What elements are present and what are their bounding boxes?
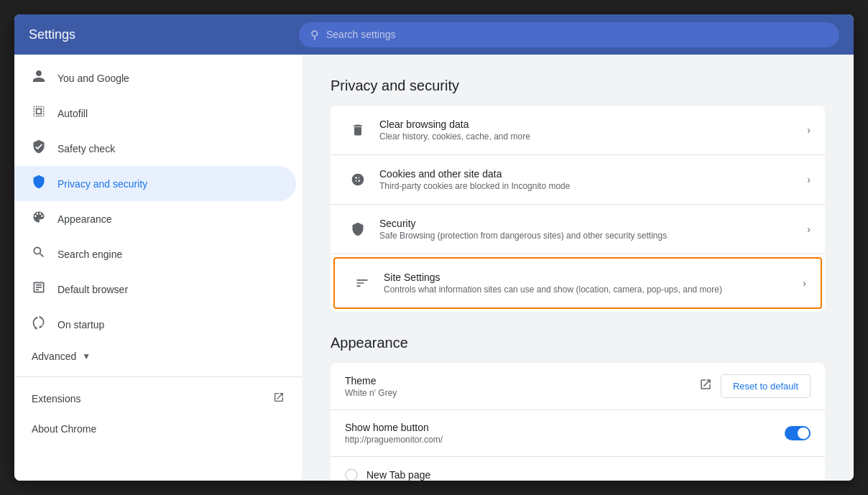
sidebar-item-default-browser[interactable]: Default browser: [14, 272, 296, 307]
home-button-toggle[interactable]: [785, 426, 811, 440]
clear-browsing-subtitle: Clear history, cookies, cache, and more: [379, 131, 798, 142]
privacy-card-group: Clear browsing data Clear history, cooki…: [331, 106, 825, 312]
theme-title: Theme: [345, 375, 699, 387]
sidebar-item-safety-check[interactable]: Safety check: [14, 131, 296, 166]
home-button-subtitle: http://praguemonitor.com/: [345, 435, 785, 445]
search-icon: ⚲: [310, 28, 319, 42]
sidebar-divider: [14, 376, 302, 377]
clear-browsing-title: Clear browsing data: [379, 119, 798, 130]
cookie-icon: [345, 167, 371, 193]
advanced-section-header[interactable]: Advanced ▼: [14, 342, 302, 371]
trash-icon: [345, 117, 371, 143]
sidebar: You and Google Autofill Safety check: [14, 55, 302, 481]
chevron-right-icon: ›: [807, 124, 811, 136]
reset-to-default-button[interactable]: Reset to default: [721, 374, 811, 398]
new-tab-row: New Tab page: [331, 457, 825, 481]
sidebar-item-autofill[interactable]: Autofill: [14, 96, 296, 131]
svg-point-4: [355, 177, 357, 179]
cookies-subtitle: Third-party cookies are blocked in Incog…: [379, 181, 798, 191]
svg-rect-2: [36, 290, 39, 291]
svg-rect-0: [36, 284, 42, 286]
search-engine-icon: [32, 245, 46, 263]
appearance-icon: [32, 210, 46, 228]
security-title: Security: [379, 218, 798, 229]
search-bar[interactable]: ⚲: [299, 22, 839, 47]
sidebar-item-default-browser-label: Default browser: [57, 284, 128, 295]
main-layout: You and Google Autofill Safety check: [14, 55, 854, 481]
new-tab-label: New Tab page: [366, 469, 430, 481]
cookies-item[interactable]: Cookies and other site data Third-party …: [331, 155, 825, 205]
new-tab-radio[interactable]: [345, 468, 358, 481]
svg-point-3: [352, 174, 364, 186]
svg-point-6: [359, 177, 360, 179]
security-subtitle: Safe Browsing (protection from dangerous…: [379, 231, 798, 241]
default-browser-icon: [32, 280, 46, 298]
external-link-icon: [273, 392, 285, 406]
content-area: Privacy and security Clear browsing data…: [302, 55, 854, 481]
svg-point-5: [358, 180, 360, 182]
on-startup-icon: [32, 315, 46, 333]
sidebar-item-you-and-google[interactable]: You and Google: [14, 60, 296, 96]
sidebar-item-search-engine-label: Search engine: [57, 249, 122, 260]
site-settings-icon: [349, 270, 375, 296]
sidebar-item-search-engine[interactable]: Search engine: [14, 236, 296, 272]
settings-title: Settings: [29, 27, 287, 42]
privacy-section-title: Privacy and security: [331, 78, 825, 94]
sidebar-item-on-startup-label: On startup: [57, 319, 104, 330]
cookies-title: Cookies and other site data: [379, 168, 798, 180]
autofill-icon: [32, 104, 46, 122]
sidebar-item-extensions[interactable]: Extensions: [14, 383, 302, 415]
search-input[interactable]: [326, 29, 828, 40]
extensions-label: Extensions: [32, 393, 80, 404]
site-settings-title: Site Settings: [384, 272, 794, 283]
svg-rect-1: [36, 287, 42, 288]
sidebar-item-appearance-label: Appearance: [57, 213, 112, 225]
chevron-right-icon-4: ›: [803, 277, 806, 289]
appearance-card-group: Theme White n' Grey Reset to default Sho…: [331, 363, 825, 481]
chevron-right-icon-3: ›: [807, 223, 811, 235]
sidebar-item-about-chrome[interactable]: About Chrome: [14, 415, 302, 443]
theme-subtitle: White n' Grey: [345, 388, 699, 398]
about-chrome-label: About Chrome: [32, 423, 96, 435]
top-bar: Settings ⚲: [14, 14, 854, 55]
sidebar-item-privacy-and-security[interactable]: Privacy and security: [14, 166, 296, 201]
safety-check-icon: [32, 139, 46, 157]
sidebar-item-autofill-label: Autofill: [57, 108, 88, 119]
home-button-title: Show home button: [345, 422, 785, 433]
sidebar-item-safety-check-label: Safety check: [57, 143, 115, 154]
site-settings-subtitle: Controls what information sites can use …: [384, 284, 794, 295]
home-button-row: Show home button http://praguemonitor.co…: [331, 410, 825, 457]
sidebar-item-appearance[interactable]: Appearance: [14, 201, 296, 236]
chevron-down-icon: ▼: [82, 351, 91, 361]
theme-external-link-icon[interactable]: [699, 378, 712, 394]
site-settings-item[interactable]: Site Settings Controls what information …: [333, 257, 822, 309]
theme-row: Theme White n' Grey Reset to default: [331, 363, 825, 410]
person-icon: [32, 69, 46, 87]
clear-browsing-data-item[interactable]: Clear browsing data Clear history, cooki…: [331, 106, 825, 155]
security-icon: [345, 216, 371, 242]
security-item[interactable]: Security Safe Browsing (protection from …: [331, 205, 825, 254]
sidebar-item-on-startup[interactable]: On startup: [14, 307, 296, 342]
privacy-icon: [32, 175, 46, 193]
appearance-section-title: Appearance: [331, 335, 825, 351]
advanced-label: Advanced: [32, 351, 76, 362]
chevron-right-icon-2: ›: [807, 174, 811, 185]
sidebar-item-you-and-google-label: You and Google: [57, 73, 129, 84]
svg-point-7: [356, 180, 357, 182]
sidebar-item-privacy-label: Privacy and security: [57, 178, 147, 190]
